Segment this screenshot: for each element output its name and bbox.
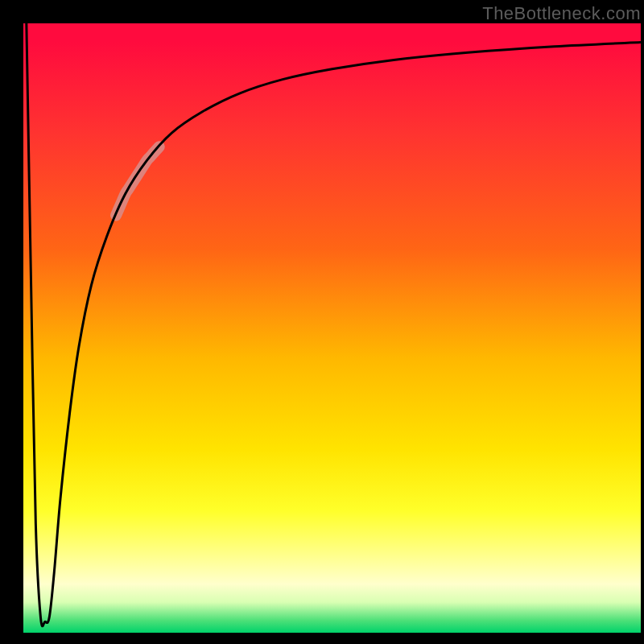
bottleneck-curve <box>27 23 641 626</box>
curve-layer <box>23 23 641 633</box>
chart-stage: TheBottleneck.com <box>0 0 644 644</box>
watermark-text: TheBottleneck.com <box>482 3 641 24</box>
